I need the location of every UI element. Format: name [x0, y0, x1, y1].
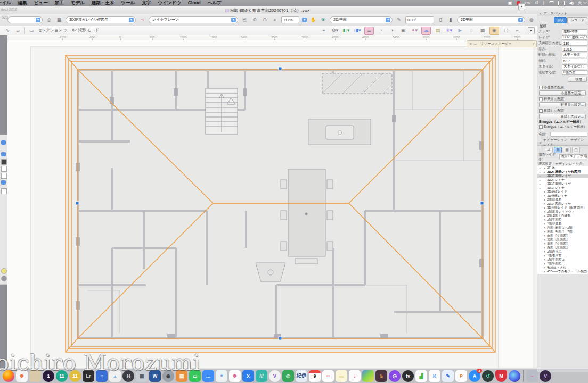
help-icon[interactable]: ?	[532, 42, 534, 46]
zoom-out-icon[interactable]: ⊖	[261, 16, 268, 23]
history-clock-icon[interactable]: ◔	[377, 27, 385, 34]
dock-icon-calendar[interactable]: 9	[309, 370, 321, 382]
layer-mark[interactable]: ×	[542, 238, 547, 242]
wifi-icon[interactable]	[549, 1, 554, 5]
layer-row[interactable]: ×3D基礎レイヤ	[537, 190, 588, 194]
visibility-eye-icon[interactable]: ●	[537, 187, 542, 189]
bluetooth-icon[interactable]: ᛒ	[542, 1, 545, 5]
toolbar-expand-button[interactable]: ▸	[518, 3, 525, 10]
dock-icon-capture-one[interactable]: 1	[43, 370, 54, 382]
password-manager-icon[interactable]: Pw	[525, 1, 530, 5]
field-value-8[interactable]: 0個の壁	[562, 70, 587, 75]
plugin-icon[interactable]: ✳▾	[445, 27, 453, 34]
save-view-icon[interactable]: ⎘	[241, 16, 248, 23]
menu-item-建築・土木[interactable]: 建築・土木	[92, 0, 115, 6]
menu-item-ファイル[interactable]: ファイル	[0, 0, 11, 6]
snap-grid-icon[interactable]: ≣	[364, 27, 374, 35]
dock-icon-facetime[interactable]: ▭	[189, 370, 201, 382]
layer-mark[interactable]: ×	[542, 214, 547, 218]
layer-mark[interactable]: ×	[542, 226, 547, 229]
layer-row[interactable]: ×2D1F図面レイヤ	[537, 202, 588, 206]
gear-icon[interactable]: ⚙▾	[331, 27, 339, 34]
menu-item-ビュー[interactable]: ビュー	[34, 0, 48, 6]
view-orientation-combo[interactable]: 2D/平面▾	[330, 16, 393, 23]
layer-mark[interactable]: ×	[542, 262, 547, 265]
drawing-canvas[interactable]: -1200-6000600120018002400300036004200480…	[7, 35, 537, 368]
layer-mark[interactable]: ×	[542, 166, 547, 170]
layer-row[interactable]: ×2階平面図	[537, 218, 588, 222]
flyover-eye-icon[interactable]: 👁	[320, 16, 327, 23]
field-value-7[interactable]: スタイルなし	[562, 64, 587, 69]
zoom-level-field[interactable]: 117%	[281, 16, 299, 23]
layer-row[interactable]: ×3D外構レイヤ（配置図用）	[537, 206, 588, 210]
visibility-eye-icon[interactable]: ●	[537, 179, 542, 181]
zoom-stepper[interactable]: ▾	[302, 18, 307, 22]
layer-mark[interactable]: ×	[542, 234, 547, 237]
option-settings-button[interactable]: 軒天井の設定...	[539, 102, 586, 107]
layer-row[interactable]: ●3D1Fレイヤ	[537, 186, 588, 190]
tab-形状[interactable]: 形状	[554, 17, 567, 23]
corner-ruler-icon[interactable]: ⌐	[513, 27, 521, 34]
layer-row[interactable]: ×3D外構レイヤ	[537, 194, 588, 198]
opacity-chip[interactable]	[1, 276, 7, 281]
dock-icon-maps[interactable]: ⌖	[216, 370, 227, 382]
attribute-fill-icon[interactable]: ◨▾	[353, 27, 362, 34]
dock-icon-media-colors-app[interactable]	[362, 370, 374, 382]
eraser-icon[interactable]: ◌	[467, 27, 476, 34]
selection-handle-top[interactable]	[279, 67, 282, 70]
dock-icon-app-11-yellow[interactable]: 11	[69, 370, 81, 382]
input-source-icon[interactable]: ▣	[508, 1, 512, 5]
display-mirroring-icon[interactable]	[558, 1, 565, 5]
tab-レコード[interactable]: レコード	[567, 17, 587, 23]
dock-icon-pink-brush-app[interactable]: ~	[526, 370, 538, 382]
layer-row[interactable]: ×西面: 断面 1・2階	[537, 226, 588, 230]
modebar-expand-button[interactable]: ▸	[528, 27, 535, 34]
magnifier-icon[interactable]: ⌕	[271, 16, 279, 23]
layer-row[interactable]: ●×2F 床	[537, 166, 588, 170]
zoom-in-icon[interactable]: ⊕	[251, 16, 258, 23]
volume-icon[interactable]: ◀)	[569, 1, 574, 5]
marquee-lasso-icon[interactable]: ▱	[14, 27, 22, 34]
window-title-bar[interactable]: itect 2018 ▤M部 BIM化 推進本部20240701（済）.vwx	[0, 6, 588, 14]
constrain-icon[interactable]: ⌖	[320, 27, 328, 34]
structure-button[interactable]: 構成...	[568, 77, 587, 82]
menu-item-Cloud[interactable]: Cloud	[188, 0, 201, 6]
navigation-palette-header[interactable]: ✕ ナビゲーション - デザインレイヤ	[537, 140, 588, 146]
layer-mark[interactable]: ×	[542, 190, 547, 194]
dock-icon-reminders[interactable]: ≔	[322, 370, 334, 382]
dock-icon-photos-flower[interactable]: ✽	[229, 370, 241, 382]
time-machine-menu-icon[interactable]: ↺	[535, 1, 538, 5]
dock-icon-lightroom[interactable]: Lr	[83, 370, 94, 382]
worksheet-icon[interactable]: ▦	[478, 27, 487, 34]
dock-icon-keynote[interactable]: K	[429, 370, 440, 382]
resource-manager-palette[interactable]: ✕ ─ リソースマネージャ ?	[467, 40, 537, 47]
dock-icon-numbers[interactable]: ▟	[415, 370, 427, 382]
dock-icon-vectorworks[interactable]: V	[540, 370, 551, 382]
dock-icon-x-app[interactable]: X	[242, 370, 254, 382]
layer-mark[interactable]: ×	[542, 270, 547, 273]
layer-row[interactable]: ●3D1F屋根レイヤ	[537, 182, 588, 186]
layer-row[interactable]: ×2階家具レイアウト	[537, 210, 588, 214]
visibility-icon[interactable]: ◉	[489, 27, 499, 35]
layer-row[interactable]: ×東面【立面図】	[537, 242, 588, 246]
dock-icon-app-store[interactable]: A3	[469, 370, 480, 382]
fill-style-chip[interactable]	[1, 140, 6, 145]
layer-row[interactable]: ●3D2F屋根レイヤ	[537, 174, 588, 178]
layer-mark[interactable]: ×	[542, 258, 547, 261]
layer-row[interactable]: ×2階部屋名	[537, 198, 588, 202]
layer-mark[interactable]: ×	[542, 206, 547, 210]
filter-dropdown[interactable]: 表示+スナップ+編集	[559, 154, 587, 159]
dock-icon-music[interactable]: ♪	[349, 370, 361, 382]
lasso-icon[interactable]: ∿	[3, 27, 12, 34]
dock-icon-notes[interactable]: ▬	[336, 370, 347, 382]
dock-icon-slashes-app[interactable]: ///	[256, 370, 267, 382]
palette-close-collapse-icons[interactable]: ✕ ─	[469, 42, 477, 46]
dock-icon-podcasts[interactable]: ◎	[389, 370, 401, 382]
visibility-eye-icon[interactable]: ●	[537, 174, 542, 177]
layer-row[interactable]: ×1階部屋名	[537, 222, 588, 226]
selection-mode-icon[interactable]: ▭	[27, 27, 36, 34]
option-settings-button[interactable]: 鼻隠しの設定...	[539, 114, 586, 119]
layer-row[interactable]: ×東面: 断面 1・2階	[537, 230, 588, 234]
marker-chip[interactable]	[1, 268, 7, 274]
layer-row[interactable]: ×2階:1階上の線類	[537, 214, 588, 218]
